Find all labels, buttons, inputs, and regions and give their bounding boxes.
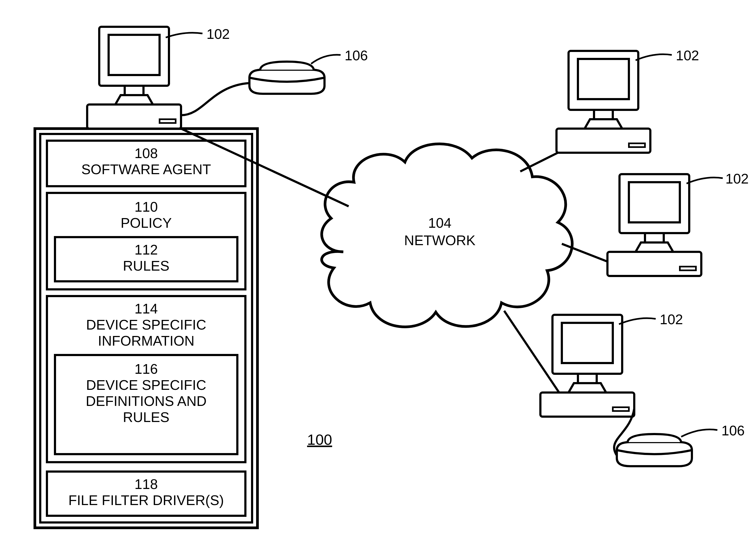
ref-112: 112	[135, 242, 158, 257]
ref-118: 118	[135, 476, 158, 492]
ref-110: 110	[135, 199, 158, 215]
ref-102-mr: 102	[725, 171, 749, 187]
box-rules: 112 RULES	[55, 237, 237, 281]
label-network: NETWORK	[404, 233, 475, 248]
ref-114: 114	[135, 301, 158, 316]
ref-102-left: 102	[207, 26, 230, 42]
ref-104: 104	[428, 215, 452, 231]
box-policy: 110 POLICY 112 RULES	[47, 193, 245, 289]
svg-text:DEVICE SPECIFIC: DEVICE SPECIFIC	[86, 377, 206, 393]
left-stack: 108 SOFTWARE AGENT 110 POLICY 112 RULES …	[35, 129, 257, 528]
peripheral-left: 106	[181, 48, 368, 115]
ref-108: 108	[135, 145, 158, 161]
svg-text:RULES: RULES	[123, 409, 169, 425]
svg-text:DEVICE SPECIFIC: DEVICE SPECIFIC	[86, 317, 206, 333]
computer-left: 102	[87, 26, 230, 129]
box-device-defs: 116 DEVICE SPECIFIC DEFINITIONS AND RULE…	[55, 355, 237, 454]
computer-top-right: 102	[556, 48, 699, 153]
label-rules: RULES	[123, 258, 169, 274]
svg-text:DEFINITIONS AND: DEFINITIONS AND	[86, 393, 207, 409]
label-policy: POLICY	[121, 215, 172, 231]
computer-mid-right: 102	[607, 171, 749, 276]
ref-116: 116	[135, 361, 158, 377]
box-device-info: 114 DEVICE SPECIFIC INFORMATION 116 DEVI…	[47, 296, 245, 462]
box-file-filter-driver: 118 FILE FILTER DRIVER(S)	[47, 471, 245, 516]
figure-number: 100	[307, 431, 332, 448]
label-ffd: FILE FILTER DRIVER(S)	[68, 493, 224, 508]
ref-106-br: 106	[722, 423, 745, 438]
ref-102-tr: 102	[676, 48, 699, 63]
ref-106-left: 106	[345, 48, 368, 63]
network-cloud: 104 NETWORK	[322, 144, 572, 327]
ref-102-br: 102	[660, 312, 683, 327]
box-software-agent: 108 SOFTWARE AGENT	[47, 141, 245, 186]
computer-bot-right: 102	[540, 312, 683, 417]
svg-text:INFORMATION: INFORMATION	[98, 333, 194, 349]
label-software-agent: SOFTWARE AGENT	[81, 162, 211, 177]
